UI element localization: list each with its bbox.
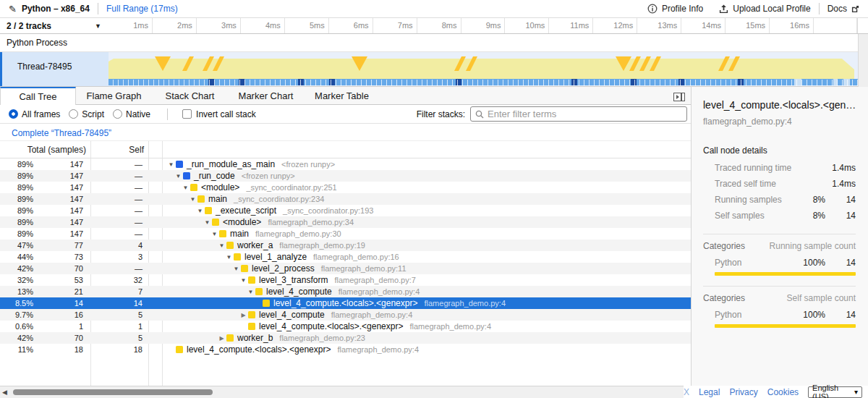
self-samples: — <box>90 183 148 192</box>
tree-cell: ▶worker_bflamegraph_demo.py:23 <box>162 332 691 344</box>
expander-closed-icon[interactable]: ▶ <box>239 312 248 318</box>
footer-link-x[interactable]: X <box>684 387 689 397</box>
tree-row[interactable]: 8.5%1414level_4_compute.<locals>.<genexp… <box>0 297 691 309</box>
expander-open-icon[interactable]: ▼ <box>195 208 205 214</box>
tree-row[interactable]: 0.6%11level_4_compute.<locals>.<genexpr>… <box>0 321 691 332</box>
total-percent: 47% <box>0 241 36 250</box>
self-samples: 3 <box>90 253 148 261</box>
docs-link[interactable]: Docs <box>827 4 859 14</box>
footer-link-legal[interactable]: Legal <box>699 387 720 397</box>
process-track-header[interactable]: Python Process <box>0 34 858 52</box>
footer-link-privacy[interactable]: Privacy <box>729 387 757 397</box>
tree-row[interactable]: 89%147—▼_run_code<frozen runpy> <box>0 170 691 182</box>
expander-open-icon[interactable]: ▼ <box>188 196 197 203</box>
column-header-total[interactable]: Total (samples) <box>0 145 90 155</box>
tracks-dropdown-button[interactable]: 2 / 2 tracks ▼ <box>0 18 109 33</box>
function-name: _run_code <box>194 171 235 181</box>
expander-closed-icon[interactable]: ▶ <box>217 335 226 342</box>
tree-cell: ▼<module>flamegraph_demo.py:34 <box>162 216 691 228</box>
filter-input[interactable] <box>488 109 682 119</box>
column-header-self[interactable]: Self <box>90 145 148 155</box>
toolbar-divider <box>819 3 820 14</box>
expander-open-icon[interactable]: ▼ <box>217 242 226 249</box>
expander-open-icon[interactable]: ▼ <box>181 185 190 191</box>
expander-open-icon[interactable]: ▼ <box>224 254 234 261</box>
tree-row[interactable]: 11%1818level_4_compute.<locals>.<genexpr… <box>0 344 691 355</box>
category-square-icon <box>205 207 212 214</box>
controls-divider <box>167 109 168 120</box>
tab-flame-graph[interactable]: Flame Graph <box>76 87 152 105</box>
file-location: _sync_coordinator.py:193 <box>283 206 373 215</box>
total-percent: 13% <box>0 287 36 296</box>
scrollbar-thumb[interactable] <box>13 389 213 395</box>
tree-row[interactable]: 89%147—▼<module>_sync_coordinator.py:251 <box>0 182 691 193</box>
tree-row[interactable]: 89%147—▼main_sync_coordinator.py:234 <box>0 193 691 205</box>
full-range-link[interactable]: Full Range (17ms) <box>106 4 178 14</box>
horizontal-scrollbar[interactable]: ◀ <box>0 386 684 398</box>
total-samples: 18 <box>36 345 90 354</box>
file-location: flamegraph_demo.py:7 <box>334 276 416 284</box>
thread-track-label: Thread-78495 <box>17 62 72 72</box>
tab-marker-table[interactable]: Marker Table <box>304 87 380 105</box>
thread-track-row: Thread-78495 <box>0 52 858 87</box>
ruler-tick-label: 15ms <box>726 18 770 33</box>
tree-cell: ▼level_1_analyzeflamegraph_demo.py:16 <box>162 251 691 263</box>
footer-link-cookies[interactable]: Cookies <box>767 387 799 397</box>
tab-marker-chart[interactable]: Marker Chart <box>228 87 304 105</box>
tree-row[interactable]: 89%147—▼_run_module_as_main<frozen runpy… <box>0 158 691 170</box>
tree-row[interactable]: 42%705▶worker_bflamegraph_demo.py:23 <box>0 332 691 344</box>
tree-row[interactable]: 13%217▼level_4_computeflamegraph_demo.py… <box>0 286 691 297</box>
tree-row[interactable]: 32%5332▼level_3_transformflamegraph_demo… <box>0 274 691 286</box>
expander-open-icon[interactable]: ▼ <box>174 173 183 179</box>
thread-track-header[interactable]: Thread-78495 <box>0 52 109 86</box>
tree-row[interactable]: 42%70—▼level_2_processflamegraph_demo.py… <box>0 263 691 274</box>
language-select[interactable]: English (US) ▾ <box>808 386 862 398</box>
tree-row[interactable]: 89%147—▼_execute_script_sync_coordinator… <box>0 205 691 216</box>
expander-open-icon[interactable]: ▼ <box>210 231 219 237</box>
function-name: worker_b <box>237 333 273 343</box>
radio-all-frames[interactable] <box>9 109 18 119</box>
invert-call-stack-checkbox[interactable] <box>182 109 192 119</box>
upload-profile-button[interactable]: Upload Local Profile <box>719 4 810 14</box>
tree-row[interactable]: 44%733▼level_1_analyzeflamegraph_demo.py… <box>0 251 691 263</box>
tracks-count-label: 2 / 2 tracks <box>7 21 51 31</box>
self-samples: 5 <box>90 334 148 342</box>
edit-profile-name-icon[interactable]: ✎ <box>9 4 17 14</box>
file-location: <frozen runpy> <box>281 160 335 169</box>
tab-bar-filler <box>380 87 691 105</box>
function-name: <module> <box>223 217 261 227</box>
expander-open-icon[interactable]: ▼ <box>231 266 241 272</box>
tree-row[interactable]: 89%147—▼mainflamegraph_demo.py:30 <box>0 228 691 240</box>
sidebar-toggle-button[interactable] <box>673 91 685 104</box>
profile-info-button[interactable]: Profile Info <box>647 4 703 14</box>
scroll-left-arrow-icon[interactable]: ◀ <box>2 389 7 396</box>
total-samples: 21 <box>36 287 90 296</box>
expander-open-icon[interactable]: ▼ <box>203 219 212 226</box>
expander-open-icon[interactable]: ▼ <box>239 277 248 284</box>
expander-open-icon[interactable]: ▼ <box>166 161 176 168</box>
ruler-tick-label: 2ms <box>153 18 197 33</box>
radio-all-frames-label: All frames <box>22 109 60 119</box>
self-samples: 14 <box>90 299 148 308</box>
tree-row[interactable]: 89%147—▼<module>flamegraph_demo.py:34 <box>0 216 691 228</box>
total-samples: 147 <box>36 218 90 226</box>
expander-open-icon[interactable]: ▼ <box>246 289 255 295</box>
metric-value: 14 <box>825 211 856 221</box>
radio-script[interactable] <box>69 109 78 119</box>
tree-cell: ▼main_sync_coordinator.py:234 <box>162 193 691 205</box>
breadcrumb-root-link[interactable]: Complete “Thread-78495” <box>12 128 111 138</box>
category-row: Python100%14 <box>703 251 856 272</box>
total-percent: 89% <box>0 195 36 203</box>
category-count-label: Self sample count <box>787 293 856 303</box>
breadcrumb: Complete “Thread-78495” <box>0 124 691 141</box>
self-samples: 7 <box>90 287 148 296</box>
file-location: flamegraph_demo.py:19 <box>279 241 365 250</box>
tab-call-tree[interactable]: Call Tree <box>0 87 76 105</box>
metric-label: Traced self time <box>715 179 798 189</box>
tree-row[interactable]: 47%774▼worker_aflamegraph_demo.py:19 <box>0 240 691 251</box>
radio-native[interactable] <box>113 109 122 119</box>
tab-stack-chart[interactable]: Stack Chart <box>152 87 228 105</box>
activity-graph-svg <box>109 51 858 86</box>
tree-row[interactable]: 9.7%165▶level_4_computeflamegraph_demo.p… <box>0 309 691 321</box>
thread-activity-graph[interactable] <box>109 52 858 86</box>
